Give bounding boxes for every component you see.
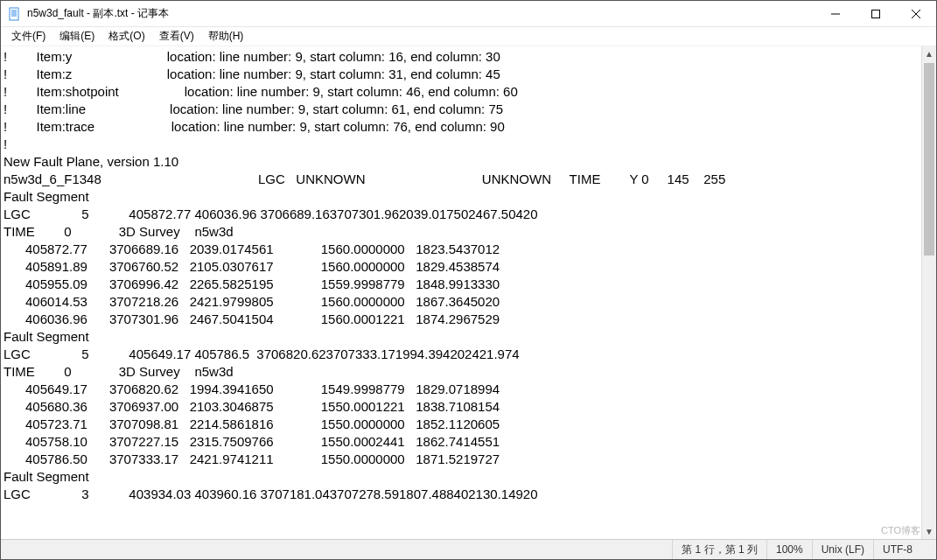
close-icon bbox=[912, 10, 920, 18]
app-icon bbox=[8, 7, 22, 21]
menu-edit[interactable]: 编辑(E) bbox=[52, 27, 101, 46]
minimize-icon bbox=[831, 10, 840, 18]
status-position: 第 1 行，第 1 列 bbox=[672, 540, 766, 559]
menu-help[interactable]: 帮助(H) bbox=[201, 27, 251, 46]
scroll-up-arrow-icon[interactable]: ▲ bbox=[922, 46, 936, 61]
menu-format[interactable]: 格式(O) bbox=[101, 27, 151, 46]
minimize-button[interactable] bbox=[815, 1, 856, 27]
menu-view[interactable]: 查看(V) bbox=[152, 27, 201, 46]
status-encoding: UTF-8 bbox=[873, 540, 921, 559]
scroll-down-arrow-icon[interactable]: ▼ bbox=[922, 524, 936, 539]
status-bar: 第 1 行，第 1 列 100% Unix (LF) UTF-8 bbox=[1, 539, 936, 559]
menu-file[interactable]: 文件(F) bbox=[4, 27, 52, 46]
scroll-thumb[interactable] bbox=[924, 63, 934, 256]
scroll-track[interactable] bbox=[922, 61, 936, 524]
window-title: n5w3d_fault - 副本.txt - 记事本 bbox=[27, 6, 169, 21]
notepad-window: n5w3d_fault - 副本.txt - 记事本 文件(F) 编辑(E) 格… bbox=[0, 0, 937, 560]
menu-bar: 文件(F) 编辑(E) 格式(O) 查看(V) 帮助(H) bbox=[1, 27, 936, 46]
close-button[interactable] bbox=[896, 1, 936, 27]
status-line-ending: Unix (LF) bbox=[812, 540, 873, 559]
status-grip bbox=[921, 540, 936, 559]
title-bar: n5w3d_fault - 副本.txt - 记事本 bbox=[1, 1, 936, 27]
text-content[interactable]: ! Item:y location: line number: 9, start… bbox=[1, 46, 921, 539]
svg-rect-6 bbox=[872, 10, 880, 18]
vertical-scrollbar[interactable]: ▲ ▼ bbox=[921, 46, 936, 539]
maximize-icon bbox=[871, 10, 880, 18]
maximize-button[interactable] bbox=[856, 1, 896, 27]
status-zoom: 100% bbox=[766, 540, 812, 559]
editor-area: ! Item:y location: line number: 9, start… bbox=[1, 46, 936, 539]
